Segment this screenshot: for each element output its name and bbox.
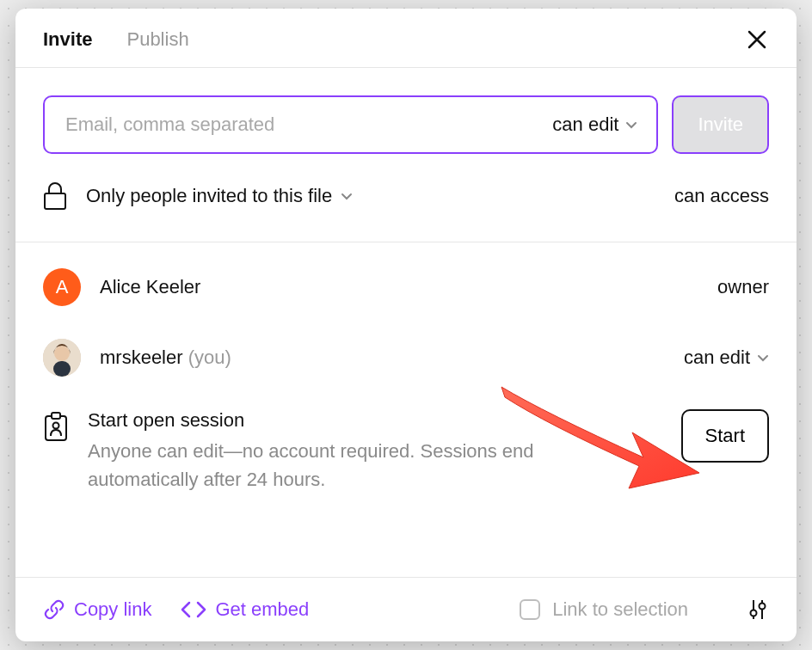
copy-link-button[interactable]: Copy link (43, 598, 151, 621)
svg-rect-5 (52, 413, 60, 419)
permission-select[interactable]: can edit (552, 113, 637, 136)
access-scope-select[interactable]: Only people invited to this file (86, 185, 353, 207)
svg-point-6 (53, 423, 59, 429)
person-role-select[interactable]: can edit (684, 346, 769, 369)
open-session-row: Start open session Anyone can edit—no ac… (43, 409, 769, 494)
svg-point-9 (751, 610, 757, 616)
svg-point-2 (54, 346, 70, 361)
code-icon (181, 600, 206, 619)
access-row: Only people invited to this file can acc… (43, 181, 769, 211)
avatar: A (43, 268, 81, 306)
person-role: owner (717, 276, 769, 298)
checkbox-icon (520, 599, 540, 620)
chevron-down-icon (341, 190, 353, 202)
invite-button[interactable]: Invite (672, 95, 769, 154)
svg-rect-3 (53, 361, 71, 377)
session-description: Anyone can edit—no account required. Ses… (88, 437, 585, 494)
chevron-down-icon (757, 352, 769, 364)
get-embed-button[interactable]: Get embed (181, 598, 309, 621)
access-scope-label: Only people invited to this file (86, 185, 332, 207)
person-list: A Alice Keeler owner mrskeeler (you) can… (43, 242, 769, 494)
link-icon (43, 598, 65, 621)
you-tag: (you) (188, 346, 231, 368)
person-name: mrskeeler (you) (100, 346, 231, 369)
access-right-label: can access (674, 185, 769, 207)
person-row: mrskeeler (you) can edit (43, 339, 769, 377)
chevron-down-icon (625, 119, 637, 131)
close-button[interactable] (745, 28, 769, 52)
lock-icon (43, 181, 67, 211)
start-button[interactable]: Start (681, 409, 769, 463)
settings-icon[interactable] (747, 598, 769, 621)
person-name: Alice Keeler (100, 276, 200, 298)
close-icon (747, 30, 766, 49)
svg-point-10 (760, 604, 766, 610)
clipboard-person-icon (43, 411, 69, 445)
session-title: Start open session (88, 409, 585, 432)
link-to-selection-toggle[interactable]: Link to selection (520, 598, 688, 621)
email-input[interactable] (64, 113, 552, 137)
invite-row: can edit Invite (43, 95, 769, 154)
svg-rect-0 (45, 193, 65, 209)
modal-footer: Copy link Get embed Link to selection (15, 577, 797, 641)
modal-header: Invite Publish (15, 9, 797, 68)
person-row: A Alice Keeler owner (43, 268, 769, 306)
tab-invite[interactable]: Invite (43, 28, 92, 51)
email-box: can edit (43, 95, 658, 154)
permission-label: can edit (552, 113, 618, 136)
tab-publish[interactable]: Publish (126, 28, 188, 51)
share-modal: Invite Publish can edit Invite (15, 9, 797, 641)
avatar (43, 339, 81, 377)
